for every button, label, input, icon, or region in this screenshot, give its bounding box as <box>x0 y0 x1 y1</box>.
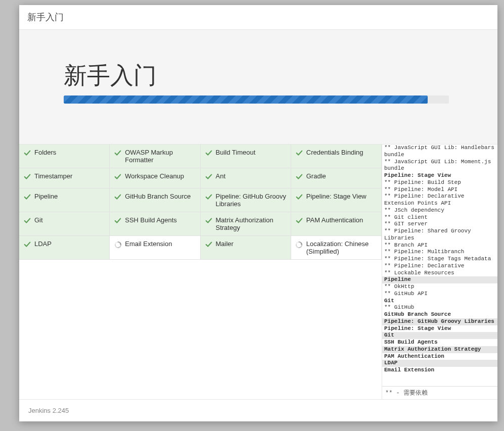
plugin-label: Pipeline <box>34 193 58 200</box>
log-line: GitHub Branch Source <box>382 311 497 318</box>
log-line: ** GIT server <box>382 221 497 228</box>
check-icon <box>295 193 303 201</box>
plugin-cell: Mailer <box>201 236 291 260</box>
plugin-grid: FoldersOWASP Markup FormatterBuild Timeo… <box>19 145 382 260</box>
check-icon <box>114 193 122 201</box>
plugin-cell: Pipeline: Stage View <box>291 188 382 212</box>
install-log[interactable]: ** JavaScript GUI Lib: Handlebars bundle… <box>382 145 497 386</box>
plugin-label: Matrix Authorization Strategy <box>216 216 287 231</box>
log-line: ** GitHub API <box>382 291 497 298</box>
plugin-grid-container: FoldersOWASP Markup FormatterBuild Timeo… <box>19 145 382 399</box>
progress-fill <box>64 95 428 104</box>
check-icon <box>23 149 31 157</box>
log-line: ** Git client <box>382 214 497 221</box>
plugin-cell: GitHub Branch Source <box>110 188 200 212</box>
log-legend: ** - 需要依赖 <box>382 386 497 399</box>
plugin-label: Ant <box>216 172 226 180</box>
check-icon <box>295 217 303 225</box>
plugin-cell: PAM Authentication <box>291 212 382 236</box>
log-line: Git <box>382 298 497 305</box>
modal-header: 新手入门 <box>19 5 497 30</box>
check-icon <box>295 173 303 181</box>
check-icon <box>114 173 122 181</box>
plugin-label: Email Extension <box>125 240 172 248</box>
plugin-cell: Pipeline <box>19 188 110 212</box>
main-content: FoldersOWASP Markup FormatterBuild Timeo… <box>19 145 497 400</box>
log-line: SSH Build Agents <box>382 339 497 346</box>
check-icon <box>23 217 31 225</box>
log-line: ** Pipeline: Declarative <box>382 263 497 270</box>
log-line: ** Pipeline: Shared Groovy Libraries <box>382 228 497 242</box>
plugin-cell: Git <box>19 212 110 236</box>
plugin-label: Timestamper <box>34 172 72 180</box>
version-label: Jenkins 2.245 <box>28 407 69 414</box>
plugin-label: Git <box>34 216 43 224</box>
plugin-label: OWASP Markup Formatter <box>125 149 196 164</box>
install-log-panel: ** JavaScript GUI Lib: Handlebars bundle… <box>382 145 497 399</box>
plugin-cell: Workspace Cleanup <box>110 168 200 188</box>
check-icon <box>205 217 213 225</box>
log-line: ** Pipeline: Multibranch <box>382 249 497 256</box>
plugin-cell: Timestamper <box>19 168 110 188</box>
plugin-label: Folders <box>34 149 56 156</box>
loading-spinner-icon <box>114 241 122 249</box>
modal-footer: Jenkins 2.245 <box>19 400 497 421</box>
plugin-cell: Ant <box>201 168 291 188</box>
plugin-label: Localization: Chinese (Simplified) <box>306 240 377 255</box>
check-icon <box>205 173 213 181</box>
plugin-cell: Credentials Binding <box>291 145 382 168</box>
log-line: ** Pipeline: Stage Tags Metadata <box>382 256 497 263</box>
plugin-label: Credentials Binding <box>306 149 363 156</box>
log-line: ** OkHttp <box>382 283 497 291</box>
plugin-cell: Build Timeout <box>201 145 291 168</box>
log-line: Pipeline <box>382 276 497 283</box>
plugin-label: Build Timeout <box>216 149 256 156</box>
log-line: ** Pipeline: Model API <box>382 186 497 194</box>
log-line: ** Pipeline: Declarative Extension Point… <box>382 193 497 207</box>
plugin-cell: Pipeline: GitHub Groovy Libraries <box>201 188 291 212</box>
log-line: Matrix Authorization Strategy <box>382 346 497 353</box>
log-line: Git <box>382 332 497 339</box>
check-icon <box>23 241 31 249</box>
log-line: Pipeline: Stage View <box>382 172 497 179</box>
check-icon <box>205 241 213 249</box>
log-line: ** Branch API <box>382 242 497 249</box>
progress-bar <box>64 95 449 104</box>
plugin-label: LDAP <box>34 240 52 248</box>
plugin-label: Workspace Cleanup <box>125 172 184 180</box>
log-line: ** JavaScript GUI Lib: Handlebars bundle <box>382 145 497 159</box>
plugin-label: SSH Build Agents <box>125 216 177 224</box>
log-line: Pipeline: Stage View <box>382 325 497 332</box>
plugin-cell: OWASP Markup Formatter <box>110 145 200 168</box>
plugin-label: Gradle <box>306 172 326 180</box>
log-line: ** GitHub <box>382 304 497 311</box>
check-icon <box>205 193 213 201</box>
plugin-cell: LDAP <box>19 236 110 260</box>
plugin-cell: Gradle <box>291 168 382 188</box>
plugin-label: Mailer <box>216 240 234 248</box>
banner: 新手入门 <box>19 30 497 145</box>
log-line: ** Lockable Resources <box>382 270 497 277</box>
log-line: Email Extension <box>382 367 497 374</box>
setup-wizard-modal: 新手入门 新手入门 FoldersOWASP Markup FormatterB… <box>19 5 497 421</box>
plugin-cell: Matrix Authorization Strategy <box>201 212 291 236</box>
plugin-cell: Email Extension <box>110 236 200 260</box>
check-icon <box>114 217 122 225</box>
log-line: Pipeline: GitHub Groovy Libraries <box>382 318 497 325</box>
plugin-cell: SSH Build Agents <box>110 212 200 236</box>
plugin-label: Pipeline: Stage View <box>306 193 366 200</box>
plugin-cell: Localization: Chinese (Simplified) <box>291 236 382 260</box>
log-line: ** JavaScript GUI Lib: Moment.js bundle <box>382 159 497 173</box>
plugin-label: GitHub Branch Source <box>125 193 191 200</box>
log-line: PAM Authentication <box>382 353 497 360</box>
check-icon <box>23 173 31 181</box>
modal-title: 新手入门 <box>27 12 64 22</box>
check-icon <box>295 149 303 157</box>
log-line: ** Pipeline: Build Step <box>382 179 497 186</box>
loading-spinner-icon <box>295 241 303 249</box>
check-icon <box>205 149 213 157</box>
plugin-label: PAM Authentication <box>306 216 363 224</box>
check-icon <box>23 193 31 201</box>
banner-title: 新手入门 <box>64 60 449 91</box>
plugin-label: Pipeline: GitHub Groovy Libraries <box>216 193 287 208</box>
